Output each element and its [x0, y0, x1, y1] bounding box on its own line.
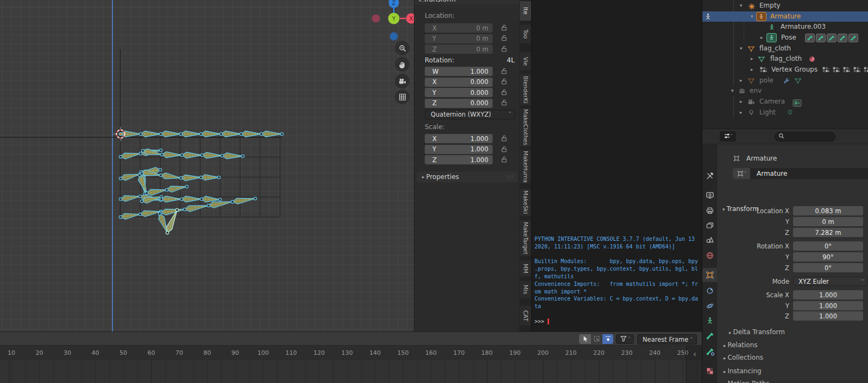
properties-tab-scene[interactable] — [702, 233, 717, 247]
properties-tab-output[interactable] — [702, 203, 717, 218]
properties-tab-object[interactable] — [702, 268, 717, 282]
sidebar-tab-cat[interactable]: CAT — [520, 306, 531, 325]
tweak-tool-button[interactable] — [579, 334, 591, 344]
box-select-tool-button[interactable] — [592, 334, 602, 344]
console-prompt[interactable]: >>> — [534, 318, 549, 325]
timeline-ruler[interactable]: 1020304050607080901001101201301401501601… — [0, 346, 702, 360]
id-name-field[interactable]: Armature — [750, 168, 868, 179]
lock-toggle[interactable] — [500, 67, 508, 76]
rotation-mode-dropdown[interactable]: Quaternion (WXYZ) ˅ — [425, 110, 515, 119]
outliner-row-flag-cloth[interactable]: ▾flag_cloth — [702, 43, 868, 54]
sidebar-tab-too[interactable]: Too — [520, 25, 531, 43]
properties-tab-physics[interactable] — [702, 299, 717, 313]
value-field[interactable]: 1.000 — [793, 301, 863, 310]
lock-toggle[interactable] — [500, 24, 508, 33]
value-field[interactable]: 1.000 — [793, 311, 863, 321]
outliner-wrench-icon[interactable] — [783, 77, 790, 86]
lock-toggle[interactable] — [500, 34, 508, 43]
sidebar-tab-maketarget[interactable]: MakeTarget — [520, 220, 531, 256]
outliner-material-icon[interactable] — [808, 55, 816, 65]
rotation-mode-dropdown[interactable]: XYZ Euler˅ — [793, 277, 867, 286]
lock-toggle[interactable] — [500, 45, 508, 54]
outliner-bone-icon[interactable] — [827, 34, 836, 42]
outliner-light-data-icon[interactable] — [787, 109, 794, 118]
section-motion-paths[interactable]: ▸ Motion Paths — [724, 380, 770, 383]
value-field[interactable]: 0° — [793, 241, 863, 251]
scale-z-field[interactable]: Z1.000 — [425, 155, 493, 164]
editor-type-button[interactable]: ˅ — [720, 131, 736, 142]
sidebar-tab-makeclothes[interactable]: MakeClothes — [520, 108, 531, 146]
outliner-row-flag-cloth[interactable]: ▸flag_cloth — [702, 54, 868, 65]
value-field[interactable]: 7.282 m — [793, 228, 863, 237]
sidebar-tab-makeski[interactable]: MakeSki — [520, 189, 531, 216]
outliner-row-pose[interactable]: ▸Pose — [702, 33, 868, 43]
sidebar-tab-vie[interactable]: Vie — [520, 52, 531, 71]
lock-toggle[interactable] — [500, 156, 508, 165]
value-field[interactable]: 0.083 m — [793, 206, 863, 215]
outliner-bone-icon[interactable] — [848, 34, 858, 42]
outliner-bone-icon[interactable] — [816, 34, 826, 42]
section-instancing[interactable]: ▸ Instancing — [724, 367, 762, 375]
properties-tab-render[interactable] — [702, 188, 717, 202]
lock-toggle[interactable] — [500, 88, 508, 98]
expand-toggle[interactable]: ▾ — [740, 46, 743, 51]
location-x-field[interactable]: X0 m — [425, 23, 493, 33]
keyframe-insert-button[interactable] — [602, 334, 613, 344]
id-block-selector[interactable]: ˅ — [733, 168, 750, 179]
lock-toggle[interactable] — [500, 99, 508, 108]
rotation-x-field[interactable]: X0.000 — [425, 78, 493, 87]
properties-tab-texture[interactable] — [702, 364, 717, 378]
outliner-row-armature-003[interactable]: Armature.003 — [702, 22, 868, 33]
properties-tab-view-layer[interactable] — [702, 219, 717, 233]
outliner-row-light[interactable]: ▸Light — [702, 107, 868, 118]
properties-tab-bone-tab[interactable] — [702, 329, 717, 343]
outliner-vertex-group-icon[interactable] — [863, 66, 868, 75]
panel-grip-icon[interactable]: :::: — [506, 175, 514, 180]
timeline-editor[interactable]: ˅ Nearest Frame ˅ 1020304050607080901001… — [0, 331, 702, 383]
outliner-row-pole[interactable]: ▸pole — [702, 75, 868, 86]
outliner-bone-icon[interactable] — [805, 34, 815, 42]
lock-toggle[interactable] — [500, 135, 508, 144]
properties-tab-tool[interactable] — [702, 169, 717, 183]
panel-grip-icon[interactable]: :::: — [419, 0, 517, 3]
section-delta-transform[interactable]: ▸ Delta Transform — [729, 328, 785, 336]
sidebar-transform-header[interactable]: ▾ Transform :::: — [414, 0, 520, 5]
search-input[interactable] — [775, 132, 835, 142]
location-z-field[interactable]: Z0 m — [425, 44, 493, 54]
outliner-row-camera[interactable]: ▸Camera — [702, 97, 868, 107]
zoom-button[interactable] — [395, 41, 410, 55]
value-field[interactable]: 0° — [793, 263, 863, 272]
value-field[interactable]: 0 m — [793, 217, 863, 226]
viewport-3d[interactable]: Z Y X ▾ Transform :::: Location: X0 mY0 … — [0, 0, 531, 331]
outliner-vertex-group-icon[interactable] — [853, 66, 860, 75]
expand-toggle[interactable]: ▾ — [740, 3, 743, 8]
gizmo-neg-x-axis[interactable] — [372, 15, 380, 23]
section-collections[interactable]: ▸ Collections — [724, 354, 763, 361]
section-relations[interactable]: ▸ Relations — [724, 341, 758, 349]
sidebar-tab-mm[interactable]: MM — [520, 260, 531, 277]
outliner-row-env[interactable]: ▾env — [702, 86, 868, 97]
outliner-row-empty[interactable]: ▾Empty — [702, 1, 868, 11]
outliner-row-vertex-groups[interactable]: ▸Vertex Groups — [702, 65, 868, 75]
rotation-z-field[interactable]: Z0.000 — [425, 99, 493, 108]
sidebar-tab-makehuma[interactable]: MakeHuma — [520, 150, 531, 183]
gizmo-neg-z-axis[interactable] — [390, 33, 398, 41]
expand-toggle[interactable]: ▸ — [740, 110, 743, 115]
rotation-y-field[interactable]: Y0.000 — [425, 88, 493, 97]
expand-sidebar-chevron[interactable]: ‹ — [693, 349, 696, 359]
hand-button[interactable] — [395, 57, 410, 72]
sync-mode-dropdown[interactable]: Nearest Frame ˅ — [637, 334, 697, 344]
grid-ortho-button[interactable] — [395, 90, 410, 104]
expand-toggle[interactable]: ▸ — [751, 56, 753, 61]
properties-tab-world[interactable] — [702, 248, 717, 263]
properties-subpanel-header[interactable]: ▸ Properties :::: — [417, 171, 518, 182]
outliner-bone-icon[interactable] — [838, 34, 847, 42]
outliner-mesh-data-icon[interactable] — [794, 77, 802, 86]
expand-toggle[interactable]: ▸ — [751, 67, 753, 72]
properties-tab-constraints[interactable] — [702, 284, 717, 298]
rotation-w-field[interactable]: W1.000 — [425, 67, 493, 76]
value-field[interactable]: 1.000 — [793, 290, 863, 299]
outliner-vertex-group-icon[interactable] — [822, 66, 829, 75]
sidebar-tab-mis[interactable]: Mis — [520, 281, 531, 298]
scale-x-field[interactable]: X1.000 — [425, 134, 493, 143]
